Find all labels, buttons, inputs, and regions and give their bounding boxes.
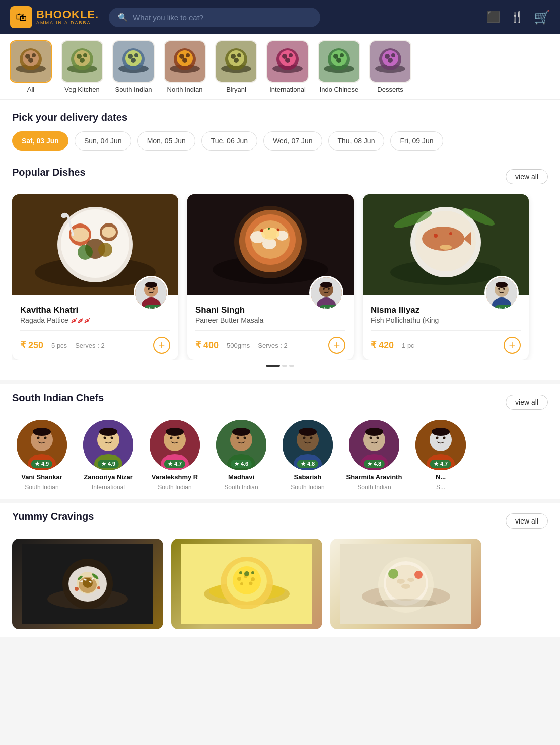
category-item-north-indian[interactable]: North Indian — [162, 40, 207, 93]
category-image-veg-kitchen — [61, 40, 103, 83]
utensils-icon[interactable]: 🍴 — [510, 11, 524, 24]
chef-circle-2: ★ 4.7 — [150, 420, 200, 470]
scan-icon[interactable]: ⬛ — [486, 11, 500, 24]
search-bar[interactable]: 🔍 — [109, 8, 320, 27]
svg-point-5 — [32, 53, 36, 57]
main-content: Pick your delivery dates Sat, 03 JunSun,… — [0, 100, 560, 637]
category-label-international: International — [269, 86, 306, 93]
yummy-view-all[interactable]: view all — [506, 513, 548, 529]
chefs-header: South Indian Chefs view all — [12, 392, 548, 412]
dish-card-2: ★ 4.7 Nisma Iliyaz Fish Pollichathu (Kin… — [363, 194, 529, 360]
yummy-row — [12, 539, 548, 629]
chef-name-label-1: Zanooriya Nizar — [84, 473, 133, 481]
category-item-all[interactable]: All — [8, 40, 53, 93]
chef-item-5[interactable]: ★ 4.8 Sharmila Aravinth South Indian — [344, 420, 404, 491]
dish-quantity-2: 1 pc — [402, 342, 414, 349]
chef-item-1[interactable]: ★ 4.9 Zanooriya Nizar International — [79, 420, 138, 491]
logo-area: 🛍 BHOOKLE. AMMA IN A DABBA — [10, 6, 99, 28]
logo-subtitle: AMMA IN A DABBA — [36, 20, 99, 25]
date-button-sun--04-jun[interactable]: Sun, 04 Jun — [75, 131, 131, 151]
svg-point-198 — [251, 571, 254, 574]
south-indian-chefs-section: South Indian Chefs view all ★ 4.9 Vani S… — [0, 380, 560, 499]
chef-circle-6: ★ 4.7 — [415, 420, 466, 470]
date-button-sat--03-jun[interactable]: Sat, 03 Jun — [12, 131, 68, 151]
chef-rating-1: ★ 4.9 — [98, 460, 119, 468]
svg-point-113 — [496, 282, 508, 288]
category-item-indo-chinese[interactable]: Indo Chinese — [316, 40, 362, 93]
chefs-view-all[interactable]: view all — [506, 395, 548, 410]
date-button-mon--05-jun[interactable]: Mon, 05 Jun — [137, 131, 195, 151]
yummy-card-3[interactable] — [330, 539, 481, 629]
category-image-south-indian — [112, 40, 155, 83]
dish-name-2: Fish Pollichathu (King — [371, 316, 521, 324]
chef-circle-1: ★ 4.9 — [83, 420, 133, 470]
dish-pricing-1: ₹ 400 500gms Serves : 2 + — [195, 337, 345, 354]
category-item-desserts[interactable]: Desserts — [368, 40, 413, 93]
svg-point-34 — [234, 58, 239, 63]
dish-add-button-1[interactable]: + — [328, 337, 345, 354]
category-item-south-indian[interactable]: South Indian — [111, 40, 156, 93]
chef-cuisine-label-2: South Indian — [158, 484, 191, 491]
chef-cuisine-label-1: International — [92, 484, 125, 491]
svg-point-12 — [83, 53, 87, 57]
popular-dishes-view-all[interactable]: view all — [506, 169, 548, 184]
category-item-veg-kitchen[interactable]: Veg Kitchen — [59, 40, 105, 93]
date-button-tue--06-jun[interactable]: Tue, 06 Jun — [201, 131, 257, 151]
chef-rating-3: ★ 4.6 — [231, 460, 252, 468]
category-image-desserts — [369, 40, 411, 83]
chef-item-6[interactable]: ★ 4.7 N... S... — [411, 420, 470, 491]
search-input[interactable] — [133, 13, 311, 22]
popular-dishes-section: Popular Dishes view all — [0, 159, 560, 380]
date-button-thu--08-jun[interactable]: Thu, 08 Jun — [328, 131, 385, 151]
chef-item-3[interactable]: ★ 4.6 Madhavi South Indian — [212, 420, 271, 491]
dishes-row: ★ 4.7 Kavitha Khatri Ragada Pattice 🌶🌶🌶 … — [12, 194, 548, 360]
svg-point-208 — [414, 571, 423, 579]
dish-quantity-1: 500gms — [227, 342, 250, 349]
svg-point-125 — [104, 437, 106, 439]
svg-point-64 — [98, 243, 112, 257]
dish-image-1: ★ 4.8 — [187, 194, 354, 295]
category-item-biryani[interactable]: Biryani — [214, 40, 259, 93]
dish-divider-2 — [371, 330, 521, 331]
category-image-biryani — [215, 40, 257, 83]
svg-point-66 — [102, 227, 116, 238]
dish-price-0: ₹ 250 — [20, 340, 43, 351]
svg-point-18 — [128, 54, 133, 59]
svg-point-197 — [239, 571, 242, 574]
chef-item-4[interactable]: ★ 4.8 Sabarish South Indian — [278, 420, 337, 491]
svg-point-159 — [365, 428, 383, 436]
dish-image-2: ★ 4.7 — [363, 194, 529, 295]
chef-cuisine-label-4: South Indian — [291, 484, 324, 491]
svg-point-32 — [231, 54, 236, 59]
chef-circle-4: ★ 4.8 — [283, 420, 333, 470]
cart-icon[interactable]: 🛒 — [534, 10, 550, 25]
dish-image-0: ★ 4.7 — [12, 194, 178, 295]
svg-point-39 — [282, 54, 287, 59]
chef-item-2[interactable]: ★ 4.7 Varalekshmy R South Indian — [145, 420, 204, 491]
svg-point-143 — [232, 428, 250, 436]
svg-point-165 — [436, 437, 439, 439]
delivery-section: Pick your delivery dates Sat, 03 JunSun,… — [0, 100, 560, 159]
svg-point-41 — [285, 58, 290, 63]
chef-avatar-1: ★ 4.8 — [309, 276, 343, 310]
date-button-wed--07-jun[interactable]: Wed, 07 Jun — [263, 131, 322, 151]
yummy-card-2[interactable] — [171, 539, 322, 629]
date-button-fri--09-jun[interactable]: Fri, 09 Jun — [390, 131, 443, 151]
svg-point-40 — [289, 53, 293, 57]
dish-add-button-0[interactable]: + — [153, 337, 170, 354]
svg-point-151 — [299, 428, 317, 436]
category-item-international[interactable]: International — [265, 40, 310, 93]
yummy-card-1[interactable] — [12, 539, 163, 629]
dish-add-button-2[interactable]: + — [504, 337, 521, 354]
svg-point-48 — [336, 58, 341, 63]
currency-symbol: ₹ — [195, 340, 201, 350]
svg-point-190 — [233, 566, 261, 594]
dish-serves-1: Serves : 2 — [258, 342, 288, 349]
svg-point-74 — [153, 288, 155, 290]
svg-point-117 — [37, 437, 40, 439]
chef-item-0[interactable]: ★ 4.9 Vani Shankar South Indian — [12, 420, 72, 491]
scroll-dot-1 — [266, 365, 280, 367]
svg-point-167 — [432, 428, 450, 436]
svg-point-149 — [303, 437, 306, 439]
yummy-title: Yummy Cravings — [12, 511, 94, 523]
